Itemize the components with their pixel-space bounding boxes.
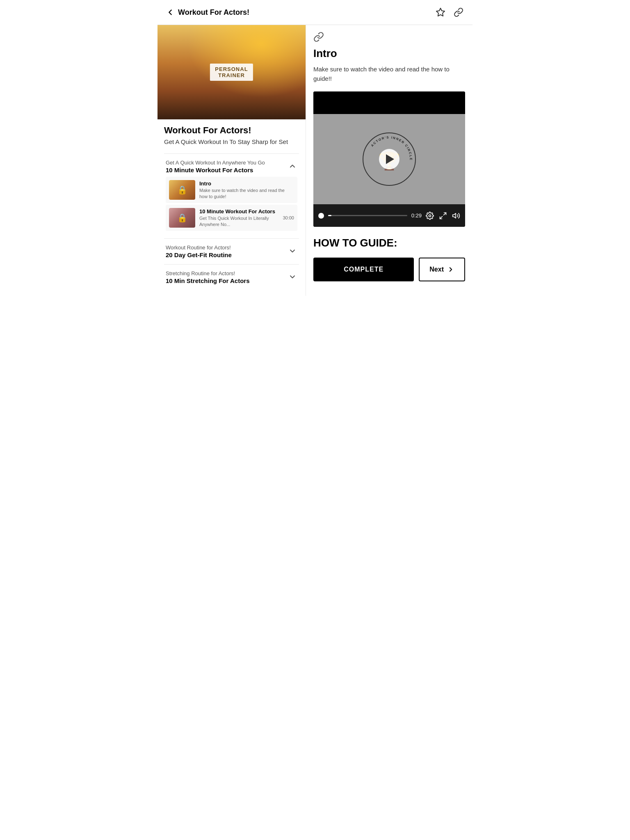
lesson-desc-intro: Make sure to watch the video and read th…: [199, 187, 294, 199]
accordion-title-2: 20 Day Get-Fit Routine: [166, 251, 288, 258]
accordion-header-2[interactable]: Workout Routine for Actors! 20 Day Get-F…: [166, 244, 297, 258]
trainer-line1: PERSONAL: [215, 66, 248, 72]
svg-point-2: [429, 215, 431, 217]
svg-marker-5: [453, 213, 456, 218]
next-button[interactable]: Next: [419, 258, 465, 281]
link-icon: [454, 7, 463, 17]
video-content: ACTOR'S INNER CIRCLE 🏆: [313, 114, 465, 204]
settings-icon: [426, 212, 434, 220]
course-title: Workout For Actors!: [164, 125, 299, 136]
play-triangle-icon: [386, 154, 394, 164]
chevron-right-icon: [447, 266, 454, 273]
lesson-duration: 30:00: [283, 215, 294, 220]
hero-image: PERSONAL TRAINER: [158, 25, 306, 119]
video-controls-bar: 0:29: [313, 204, 465, 227]
lock-icon: 🔒: [177, 185, 187, 195]
accordion-title-3: 10 Min Stretching For Actors: [166, 277, 288, 284]
volume-button[interactable]: [452, 212, 460, 220]
accordion-subtitle-2: Workout Routine for Actors!: [166, 244, 288, 251]
header-actions: [435, 7, 464, 18]
lesson-thumbnail-workout: 🔒: [169, 208, 195, 228]
left-content: Workout For Actors! Get A Quick Workout …: [158, 119, 306, 296]
svg-line-3: [444, 212, 446, 215]
header: Workout For Actors!: [158, 0, 472, 25]
course-subtitle: Get A Quick Workout In To Stay Sharp for…: [164, 138, 299, 145]
lesson-list-1: 🔒 Intro Make sure to watch the video and…: [166, 177, 297, 231]
lesson-item-intro[interactable]: 🔒 Intro Make sure to watch the video and…: [166, 177, 297, 203]
lesson-title-workout: 10 Minute Workout For Actors: [199, 208, 278, 215]
play-button[interactable]: [379, 149, 399, 169]
accordion-header-text-1: Get A Quick Workout In Anywhere You Go 1…: [166, 160, 288, 173]
lesson-thumbnail-intro: 🔒: [169, 180, 195, 200]
video-time-display: 0:29: [411, 212, 422, 219]
lesson-item-workout[interactable]: 🔒 10 Minute Workout For Actors Get This …: [166, 205, 297, 231]
accordion-title-1: 10 Minute Workout For Actors: [166, 167, 288, 173]
chevron-left-icon: [166, 8, 175, 17]
back-button[interactable]: Workout For Actors!: [166, 8, 435, 17]
trainer-line2: TRAINER: [215, 72, 248, 78]
video-top-bar: [313, 91, 465, 114]
svg-line-4: [440, 216, 443, 219]
accordion-header-text-2: Workout Routine for Actors! 20 Day Get-F…: [166, 244, 288, 258]
section-heading: Intro: [313, 47, 465, 60]
left-column: PERSONAL TRAINER Workout For Actors! Get…: [158, 25, 306, 296]
section-description: Make sure to watch the video and read th…: [313, 65, 465, 83]
svg-marker-0: [436, 8, 445, 16]
lesson-desc-workout: Get This Quick Workout In Literally Anyw…: [199, 215, 278, 227]
accordion-header-3[interactable]: Stretching Routine for Actors! 10 Min St…: [166, 270, 297, 284]
video-player[interactable]: ACTOR'S INNER CIRCLE 🏆 0:29: [313, 91, 465, 227]
fullscreen-icon: [439, 212, 447, 220]
share-button[interactable]: [453, 7, 464, 18]
trainer-text: PERSONAL TRAINER: [210, 64, 253, 81]
lock-icon-2: 🔒: [177, 213, 187, 223]
volume-icon: [452, 212, 460, 220]
lesson-info-workout: 10 Minute Workout For Actors Get This Qu…: [199, 208, 278, 227]
accordion-header-1[interactable]: Get A Quick Workout In Anywhere You Go 1…: [166, 160, 297, 173]
complete-button[interactable]: COMPLETE: [313, 258, 414, 281]
bottom-actions: COMPLETE Next: [313, 258, 465, 281]
accordion-subtitle-3: Stretching Routine for Actors!: [166, 270, 288, 276]
accordion-section-3: Stretching Routine for Actors! 10 Min St…: [164, 264, 299, 290]
accordion-section-2: Workout Routine for Actors! 20 Day Get-F…: [164, 238, 299, 264]
right-column: Intro Make sure to watch the video and r…: [306, 25, 472, 296]
lesson-info-intro: Intro Make sure to watch the video and r…: [199, 180, 294, 199]
next-button-label: Next: [429, 266, 444, 273]
star-icon: [436, 7, 445, 17]
accordion-chevron-up-icon: [288, 161, 297, 171]
link-icon-right: [313, 32, 324, 42]
video-controls-right: [426, 212, 460, 220]
settings-button[interactable]: [426, 212, 434, 220]
video-progress-fill: [328, 215, 331, 216]
header-title: Workout For Actors!: [178, 8, 249, 17]
video-progress-bar[interactable]: [328, 215, 407, 216]
right-link-icon[interactable]: [313, 32, 465, 42]
fullscreen-button[interactable]: [439, 212, 447, 220]
accordion-subtitle-1: Get A Quick Workout In Anywhere You Go: [166, 160, 288, 166]
accordion-chevron-down-icon-1: [288, 246, 297, 256]
video-progress-indicator: [318, 213, 324, 219]
how-to-heading: HOW TO GUIDE:: [313, 237, 465, 249]
accordion-header-text-3: Stretching Routine for Actors! 10 Min St…: [166, 270, 288, 284]
accordion-section-1: Get A Quick Workout In Anywhere You Go 1…: [164, 153, 299, 238]
accordion-chevron-down-icon-2: [288, 272, 297, 282]
lesson-title-intro: Intro: [199, 180, 294, 187]
favorite-button[interactable]: [435, 7, 446, 18]
main-layout: PERSONAL TRAINER Workout For Actors! Get…: [158, 25, 472, 296]
